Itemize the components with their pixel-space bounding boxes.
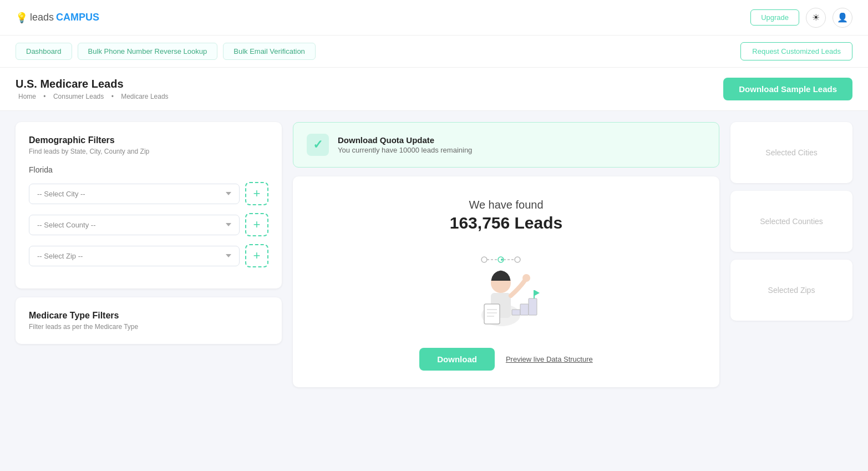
demographic-filters-title: Demographic Filters: [29, 135, 268, 145]
svg-rect-15: [520, 304, 529, 315]
breadcrumb: Home • Consumer Leads • Medicare Leads: [16, 93, 171, 100]
quota-message: You currently have 10000 leads remaining: [338, 146, 472, 154]
request-customized-leads-button[interactable]: Request Customized Leads: [740, 42, 852, 60]
found-count: 163,756 Leads: [450, 214, 562, 232]
page-title-bar: U.S. Medicare Leads Home • Consumer Lead…: [0, 68, 868, 111]
add-zip-button[interactable]: +: [245, 244, 268, 267]
logo-campus: CAMPUS: [56, 12, 99, 23]
leads-illustration: [451, 243, 562, 332]
selected-cities-label: Selected Cities: [765, 148, 817, 157]
demographic-filters-subtitle: Find leads by State, City, County and Zi…: [29, 148, 268, 155]
medicare-filters-subtitle: Filter leads as per the Medicare Type: [29, 323, 268, 331]
page-title: U.S. Medicare Leads: [16, 78, 171, 90]
logo: 💡 leads CAMPUS: [16, 12, 99, 24]
medicare-filters-title: Medicare Type Filters: [29, 311, 268, 321]
svg-rect-16: [529, 298, 537, 315]
theme-icon: ☀: [812, 12, 820, 23]
navbar: Dashboard Bulk Phone Number Reverse Look…: [0, 36, 868, 68]
nav-tabs: Dashboard Bulk Phone Number Reverse Look…: [16, 43, 316, 60]
quota-icon: ✓: [307, 134, 329, 156]
results-area: We have found 163,756 Leads: [293, 176, 719, 387]
city-select[interactable]: -- Select City --: [29, 184, 240, 204]
quota-text: Download Quota Update You currently have…: [338, 135, 472, 154]
found-label: We have found: [450, 199, 562, 211]
breadcrumb-home: Home: [18, 93, 36, 100]
selected-counties-label: Selected Counties: [760, 217, 823, 226]
selected-cities-section: Selected Cities: [730, 122, 852, 183]
tab-dashboard[interactable]: Dashboard: [16, 43, 72, 60]
header: 💡 leads CAMPUS Upgrade ☀ 👤: [0, 0, 868, 36]
breadcrumb-sep1: •: [43, 93, 45, 100]
page-title-left: U.S. Medicare Leads Home • Consumer Lead…: [16, 78, 171, 100]
svg-point-9: [522, 274, 530, 282]
quota-banner: ✓ Download Quota Update You currently ha…: [293, 122, 719, 168]
add-zip-icon: +: [253, 249, 261, 263]
breadcrumb-consumer-leads: Consumer Leads: [53, 93, 104, 100]
header-right: Upgrade ☀ 👤: [750, 8, 852, 28]
user-icon: 👤: [837, 12, 848, 23]
download-sample-leads-button[interactable]: Download Sample Leads: [723, 78, 852, 100]
upgrade-button[interactable]: Upgrade: [750, 9, 799, 26]
svg-rect-10: [484, 304, 500, 324]
illustration-svg: [451, 243, 562, 332]
zip-select-row: -- Select Zip -- +: [29, 244, 268, 267]
county-select[interactable]: -- Select County --: [29, 215, 240, 235]
logo-leads: leads: [30, 12, 54, 23]
svg-point-3: [501, 259, 503, 261]
breadcrumb-medicare-leads: Medicare Leads: [121, 93, 168, 100]
svg-marker-18: [535, 290, 540, 296]
svg-point-5: [515, 257, 520, 262]
center-panel: ✓ Download Quota Update You currently ha…: [282, 122, 730, 387]
breadcrumb-sep2: •: [111, 93, 114, 100]
selected-zips-section: Selected Zips: [730, 260, 852, 321]
demographic-filters-card: Demographic Filters Find leads by State,…: [16, 122, 282, 288]
logo-icon: 💡: [16, 12, 28, 24]
quota-check-icon: ✓: [313, 138, 323, 152]
svg-point-0: [481, 257, 487, 262]
add-county-icon: +: [253, 217, 261, 232]
add-city-icon: +: [253, 186, 261, 201]
download-button[interactable]: Download: [419, 348, 495, 371]
main-layout: Demographic Filters Find leads by State,…: [0, 111, 868, 398]
tab-bulk-phone[interactable]: Bulk Phone Number Reverse Lookup: [78, 43, 218, 60]
user-menu-button[interactable]: 👤: [833, 8, 852, 28]
selected-zips-label: Selected Zips: [768, 286, 815, 295]
county-select-row: -- Select County -- +: [29, 213, 268, 236]
quota-title: Download Quota Update: [338, 135, 472, 145]
medicare-filters-card: Medicare Type Filters Filter leads as pe…: [16, 297, 282, 344]
city-select-row: -- Select City -- +: [29, 182, 268, 205]
left-panel: Demographic Filters Find leads by State,…: [16, 122, 282, 344]
zip-select[interactable]: -- Select Zip --: [29, 246, 240, 266]
right-panel: Selected Cities Selected Counties Select…: [730, 122, 852, 328]
results-text: We have found 163,756 Leads: [450, 193, 562, 232]
preview-button[interactable]: Preview live Data Structure: [506, 355, 593, 363]
add-city-button[interactable]: +: [245, 182, 268, 205]
tab-bulk-email[interactable]: Bulk Email Verification: [223, 43, 316, 60]
svg-rect-14: [512, 310, 520, 315]
state-label: Florida: [29, 165, 268, 174]
add-county-button[interactable]: +: [245, 213, 268, 236]
svg-rect-17: [534, 290, 535, 298]
selected-counties-section: Selected Counties: [730, 191, 852, 252]
bottom-actions: Download Preview live Data Structure: [419, 342, 592, 371]
theme-toggle-button[interactable]: ☀: [806, 8, 826, 28]
